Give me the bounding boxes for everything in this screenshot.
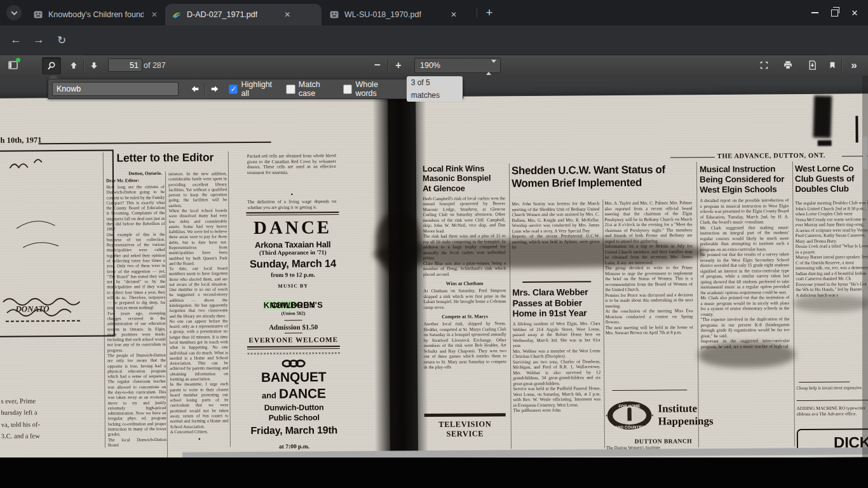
scan-edge-artifact xyxy=(855,116,858,142)
close-window-button[interactable]: ✕ xyxy=(850,8,860,18)
current-view-button[interactable] xyxy=(824,57,841,73)
tab-divider xyxy=(477,8,477,18)
banquet-date: Friday, March 19th xyxy=(248,424,341,437)
filler-adding-machine: ADDING MACHINE RO typewriter ribbons ava… xyxy=(797,405,868,426)
letter-salutation: Dear Mr. Editor: xyxy=(106,178,165,184)
toolbar-divider xyxy=(83,59,85,71)
highlight-all-checkbox[interactable]: ✓ xyxy=(229,85,238,94)
download-button[interactable] xyxy=(803,57,821,73)
dance-ad-time: from 9 to 12 p.m. xyxy=(247,271,339,278)
dance-ad-band-line2: CHILDREN xyxy=(247,300,339,310)
tab-search-button[interactable] xyxy=(6,5,22,20)
sidebar-notification-dot xyxy=(16,58,20,62)
webber-body: A lifelong resident of West Elgin, Mrs. … xyxy=(513,321,601,449)
match-case-label[interactable]: Match case xyxy=(299,80,337,98)
musical-body: A detailed report on the possible introd… xyxy=(700,198,790,447)
westlorne-headline: West Lorne Co Club Guests of Doubles Clu… xyxy=(795,163,868,194)
filler-cheap-help: Cheap help is invari most expensive. xyxy=(796,385,868,400)
ad-rule xyxy=(285,332,302,334)
find-input[interactable] xyxy=(52,82,179,96)
findbar-arrow xyxy=(48,76,58,79)
new-tab-button[interactable]: + xyxy=(482,5,497,20)
toolbar-divider xyxy=(841,59,843,71)
more-tools-button[interactable]: » xyxy=(845,57,863,73)
page-date-fragment: h 10th, 1971 xyxy=(1,135,42,145)
ad-ornament-row: ×××××××××××××××××××××××××××××× xyxy=(247,351,340,357)
arrow-up-icon xyxy=(69,61,78,70)
heritage-site-favicon-icon xyxy=(172,10,182,20)
westlorne-body: The regular meeting Doubles Club was hel… xyxy=(795,200,868,379)
page-number-input[interactable] xyxy=(108,58,142,72)
pdf-viewport[interactable]: h 10th, 1971 DONATO s ever, Prime hursda… xyxy=(0,76,868,458)
back-button[interactable]: ← xyxy=(8,32,24,48)
page-count-label: of 287 xyxy=(144,61,166,70)
scan-smudge xyxy=(698,342,795,368)
whole-words-label[interactable]: Whole words xyxy=(355,80,398,98)
highlight-all-label[interactable]: Highlight all xyxy=(241,80,280,98)
tab-strip: Knowbody's Children found 7 r ✕ D-AD-027… xyxy=(0,0,868,25)
find-previous-button[interactable] xyxy=(187,81,203,97)
previous-page-button[interactable] xyxy=(65,57,83,73)
webber-headline: Mrs. Clara Webber Passes at Bobier Home … xyxy=(512,287,600,319)
tab-close-button[interactable]: ✕ xyxy=(448,9,459,20)
match-count-badge: 3 of 5 matches xyxy=(407,76,463,102)
reload-button[interactable]: ↻ xyxy=(53,32,70,48)
screen: Knowbody's Children found 7 r ✕ D-AD-027… xyxy=(0,0,868,488)
banquet-dance: DANCE xyxy=(279,386,326,401)
page-gutter-shadow xyxy=(372,88,428,458)
presentation-mode-button[interactable] xyxy=(755,57,773,73)
find-button[interactable] xyxy=(42,57,61,74)
tab-active-pdf[interactable]: D-AD-027_1971.pdf ✕ xyxy=(165,4,322,25)
article-subhead: Wins at Chatham xyxy=(423,281,506,287)
scan-smudge xyxy=(793,295,868,312)
tab-title: D-AD-027_1971.pdf xyxy=(187,10,257,19)
article-headline: Local Rink Wins Masonic Bonspiel At Glen… xyxy=(423,163,505,193)
banquet-venue-1: Dunwich-Dutton xyxy=(247,403,340,413)
whole-words-checkbox[interactable] xyxy=(343,85,352,94)
banquet-and: and xyxy=(262,391,276,400)
sidebar-toggle-button[interactable] xyxy=(4,57,22,73)
dance-ad-date: Sunday, March 14 xyxy=(247,257,339,270)
vertical-scrollbar[interactable] xyxy=(862,76,868,458)
letter-dateline: Dutton, Ontario. xyxy=(106,170,165,177)
ad-rule xyxy=(285,320,302,321)
minimize-button[interactable] xyxy=(810,8,820,18)
shedden-headline: Shedden U.C.W. Want Status of Women Brie… xyxy=(512,163,695,190)
dance-ad-union: (Union 582) xyxy=(247,310,339,316)
next-page-button[interactable] xyxy=(85,57,103,73)
dance-ad-note: (Third Appearance in '71) xyxy=(247,249,339,256)
dance-ad-admission: Admission $1.50 xyxy=(247,323,340,331)
double-chevron-icon: » xyxy=(851,59,857,72)
zoom-in-button[interactable]: + xyxy=(390,57,407,73)
shedden-column-b: Mrs. A. Taylor and Mrs. C. Palmer. Mrs. … xyxy=(604,200,693,389)
banquet-ad-line2: and DANCE xyxy=(247,386,340,402)
print-button[interactable] xyxy=(779,57,797,73)
forward-button[interactable]: → xyxy=(31,32,47,48)
toolbar-divider xyxy=(388,59,389,71)
find-next-button[interactable] xyxy=(207,81,223,97)
browser-toolbar: ← → ↻ heritagecollections.elgin.ca/viewe… xyxy=(0,25,868,55)
scan-edge-artifact xyxy=(813,95,832,138)
chevron-down-icon xyxy=(11,11,18,15)
scrollbar-thumb[interactable] xyxy=(863,136,867,169)
findbar-divider xyxy=(205,83,206,95)
tab-title-fade xyxy=(150,4,166,25)
zoom-select[interactable]: 190% xyxy=(414,58,501,73)
zoom-out-button[interactable]: − xyxy=(369,57,386,73)
tab-search-results[interactable]: Knowbody's Children found 7 r ✕ xyxy=(27,4,166,25)
download-icon xyxy=(808,60,817,70)
tab-close-button[interactable]: ✕ xyxy=(281,9,293,20)
restore-button[interactable] xyxy=(829,8,839,18)
tab-other-pdf[interactable]: WL-SU-018_1970.pdf ✕ xyxy=(323,4,479,25)
filler-dot: ● xyxy=(247,192,336,196)
document-favicon-icon xyxy=(33,10,43,20)
cartoon-signature: DONATO xyxy=(15,304,49,314)
letter-body: How long are the citizens of Dunwich-Dut… xyxy=(106,184,166,448)
article-subhead: Compete at St. Marys xyxy=(424,314,506,320)
masthead: THE ADVANCE, DUTTON, ONT. xyxy=(717,151,844,159)
article-body: At Chatham on Saturday, Fred Simpson ski… xyxy=(423,288,506,311)
article-body: Another local rink, skipped by Norm. Hod… xyxy=(424,322,507,370)
minimize-icon xyxy=(811,12,818,13)
editorial-cartoon: DONATO xyxy=(0,150,115,337)
match-case-checkbox[interactable] xyxy=(286,85,295,94)
